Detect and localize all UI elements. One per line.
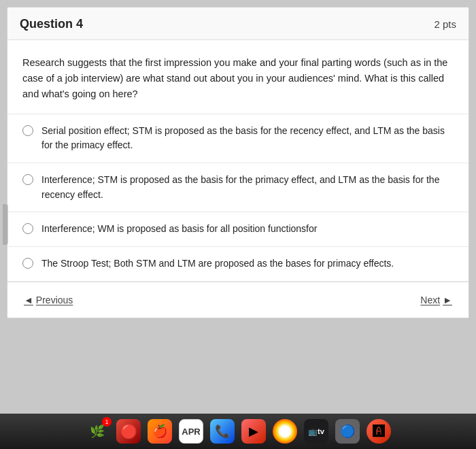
option-item-3[interactable]: Interference; WM is proposed as basis fo… xyxy=(7,212,469,247)
taskbar-app-finder[interactable]: 🌿 xyxy=(85,419,109,444)
right-arrow-icon: ► xyxy=(443,295,452,305)
option-text-2: Interference; STM is proposed as the bas… xyxy=(41,173,454,202)
taskbar-app-7[interactable]: 🅰 xyxy=(367,419,391,444)
option-radio-1 xyxy=(22,125,33,136)
taskbar-app-5[interactable] xyxy=(273,419,297,444)
taskbar-app-2[interactable]: 🍎 xyxy=(148,419,172,444)
question-pts: 2 pts xyxy=(434,18,456,30)
options-list: Serial position effect; STM is proposed … xyxy=(7,114,469,282)
option-item-1[interactable]: Serial position effect; STM is proposed … xyxy=(7,114,469,163)
previous-button[interactable]: ◄ Previous xyxy=(24,295,73,305)
taskbar-app-6[interactable]: 🔵 xyxy=(335,419,360,444)
option-text-1: Serial position effect; STM is proposed … xyxy=(41,124,454,153)
left-arrow-icon: ◄ xyxy=(24,295,33,305)
question-title: Question 4 xyxy=(20,17,83,31)
question-text: Research suggests that the first impress… xyxy=(22,55,454,103)
next-label: Next xyxy=(420,295,440,305)
option-radio-4 xyxy=(22,258,33,269)
option-text-3: Interference; WM is proposed as basis fo… xyxy=(41,222,317,237)
option-item-4[interactable]: The Stroop Test; Both STM and LTM are pr… xyxy=(7,247,469,282)
taskbar-app-calendar[interactable]: APR xyxy=(179,419,203,444)
taskbar-app-1[interactable]: 🔴 xyxy=(116,419,141,444)
option-item-2[interactable]: Interference; STM is proposed as the bas… xyxy=(7,163,469,212)
option-radio-2 xyxy=(22,174,33,185)
option-text-4: The Stroop Test; Both STM and LTM are pr… xyxy=(41,256,394,271)
taskbar-app-tv[interactable]: 📺tv xyxy=(304,419,328,444)
nav-bar: ◄ Previous Next ► xyxy=(7,282,469,318)
next-button[interactable]: Next ► xyxy=(420,295,452,305)
previous-label: Previous xyxy=(36,295,73,305)
taskbar-app-3[interactable]: 📞 xyxy=(210,419,235,444)
taskbar: 🌿 🔴 🍎 APR 📞 ▶ 📺tv 🔵 🅰 xyxy=(0,414,476,449)
taskbar-app-4[interactable]: ▶ xyxy=(241,419,266,444)
option-radio-3 xyxy=(22,223,33,234)
tv-label: 📺tv xyxy=(308,427,324,436)
